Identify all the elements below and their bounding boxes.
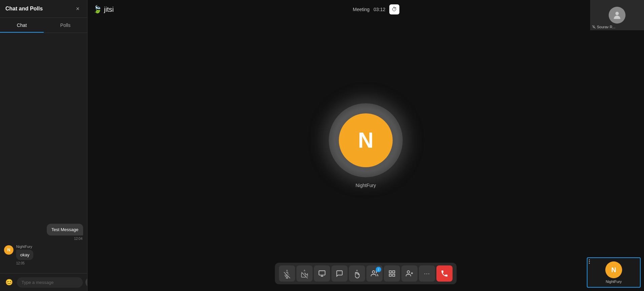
- main-video-area: 🍃 jitsi Meeting 03:12 ⏱ Sourav R... N: [87, 0, 644, 291]
- video-off-icon: [301, 272, 308, 279]
- svg-rect-10: [389, 274, 391, 276]
- participant-name-overlay: Sourav R...: [592, 25, 615, 29]
- participants-badge: 2: [376, 267, 381, 272]
- participant-thumbnail: Sourav R...: [590, 0, 644, 30]
- header-right: Sourav R...: [590, 0, 644, 30]
- toolbar: ▲ ▲: [275, 263, 457, 284]
- emoji-button[interactable]: 😊: [4, 277, 14, 287]
- tab-polls[interactable]: Polls: [44, 18, 87, 33]
- tab-bar: Chat Polls: [0, 18, 87, 33]
- hangup-icon: [440, 269, 449, 278]
- meeting-timer: 03:12: [373, 7, 385, 12]
- video-center: N NightFury: [87, 0, 644, 291]
- message-bubble: okay: [16, 250, 33, 260]
- chat-input-area: 😊: [0, 273, 87, 291]
- center-name: NightFury: [356, 183, 376, 188]
- video-button[interactable]: ▲: [296, 265, 313, 282]
- message-outgoing: Test Message 12:04: [4, 224, 83, 241]
- hangup-button[interactable]: [436, 265, 453, 282]
- chat-button[interactable]: [331, 265, 348, 282]
- svg-point-12: [407, 271, 409, 273]
- mic-off-icon: [284, 272, 290, 279]
- tab-chat[interactable]: Chat: [0, 18, 44, 33]
- sidebar-header: Chat and Polls ×: [0, 0, 87, 18]
- jitsi-logo-text: jitsi: [104, 6, 114, 13]
- tile-view-icon: [388, 270, 396, 277]
- sender-name: NightFury: [16, 245, 33, 249]
- video-header: 🍃 jitsi Meeting 03:12 ⏱ Sourav R...: [87, 0, 644, 19]
- meeting-label: Meeting: [353, 7, 370, 12]
- add-participant-button[interactable]: [401, 265, 418, 282]
- timer-button[interactable]: ⏱: [389, 4, 399, 14]
- participants-button[interactable]: 2: [366, 265, 383, 282]
- participant-name: Sourav R...: [597, 25, 615, 29]
- raise-hand-icon: [354, 272, 360, 279]
- add-participant-icon: [406, 270, 413, 277]
- svg-rect-9: [393, 271, 395, 273]
- center-avatar: N: [339, 113, 393, 167]
- svg-rect-6: [319, 271, 325, 275]
- tile-menu-dots: [589, 259, 590, 264]
- more-icon: ···: [424, 270, 430, 277]
- raise-hand-button[interactable]: ▲: [349, 265, 365, 282]
- mic-off-icon: [592, 25, 596, 29]
- chat-icon: [336, 270, 343, 277]
- message-content: NightFury okay 12:05: [16, 245, 33, 265]
- svg-point-0: [615, 12, 619, 15]
- center-avatar-wrap: N: [329, 103, 403, 177]
- message-input[interactable]: [17, 277, 83, 288]
- screen-share-button[interactable]: [314, 265, 330, 282]
- message-bubble: Test Message: [47, 224, 83, 235]
- chat-sidebar: Chat and Polls × Chat Polls Test Message…: [0, 0, 87, 291]
- person-icon: [612, 10, 622, 20]
- jitsi-logo-icon: 🍃: [93, 5, 102, 14]
- message-incoming: N NightFury okay 12:05: [4, 245, 83, 265]
- close-button[interactable]: ×: [74, 5, 82, 13]
- mic-button[interactable]: ▲: [279, 265, 295, 282]
- header-center: Meeting 03:12 ⏱: [114, 4, 639, 14]
- nightfury-name: NightFury: [606, 280, 622, 284]
- svg-point-7: [372, 271, 375, 273]
- nightfury-avatar: N: [605, 261, 622, 278]
- svg-rect-8: [389, 271, 391, 273]
- avatar: N: [4, 245, 13, 255]
- svg-rect-11: [393, 274, 395, 276]
- message-time: 12:04: [74, 237, 83, 241]
- participant-avatar: [609, 7, 625, 24]
- tile-view-button[interactable]: [384, 265, 400, 282]
- nightfury-tile: N NightFury: [587, 257, 641, 288]
- chat-messages-area: Test Message 12:04 N NightFury okay 12:0…: [0, 33, 87, 273]
- screen-share-icon: [318, 270, 326, 277]
- message-time: 12:05: [16, 261, 33, 265]
- more-button[interactable]: ···: [419, 265, 435, 282]
- sidebar-title: Chat and Polls: [5, 6, 43, 12]
- jitsi-logo: 🍃 jitsi: [93, 5, 114, 14]
